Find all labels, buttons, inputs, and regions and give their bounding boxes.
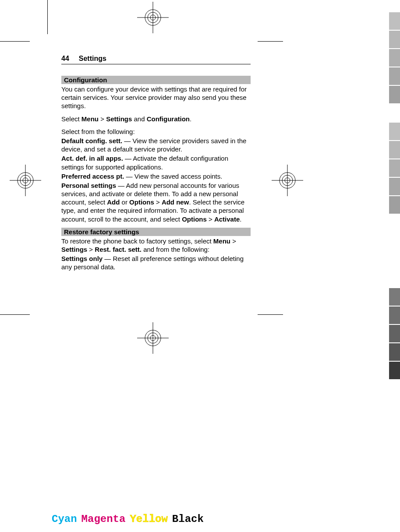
registration-mark-icon bbox=[272, 165, 303, 196]
page-number: 44 bbox=[61, 55, 69, 63]
thumb-tab bbox=[389, 325, 400, 342]
body-paragraph: You can configure your device with setti… bbox=[61, 85, 251, 110]
yellow-label: Yellow bbox=[130, 513, 167, 525]
thumb-tab bbox=[389, 104, 400, 122]
thumb-tab bbox=[389, 159, 400, 177]
page-content: 44 Settings ConfigurationYou can configu… bbox=[61, 55, 251, 276]
thumb-tab bbox=[389, 178, 400, 195]
thumb-tab bbox=[389, 233, 400, 250]
crop-rule bbox=[258, 314, 283, 315]
thumb-tab bbox=[389, 49, 400, 67]
thumb-tab bbox=[389, 362, 400, 379]
thumb-tab bbox=[389, 270, 400, 287]
thumb-tab bbox=[389, 86, 400, 103]
body-paragraph: Select Menu > Settings and Configuration… bbox=[61, 115, 251, 123]
section-heading: Configuration bbox=[61, 76, 251, 84]
page-header: 44 Settings bbox=[61, 55, 251, 64]
thumb-tab bbox=[389, 288, 400, 306]
sections-container: ConfigurationYou can configure your devi… bbox=[61, 76, 251, 271]
thumb-index bbox=[389, 12, 400, 380]
body-paragraph: Act. def. in all apps. — Activate the de… bbox=[61, 154, 251, 171]
crop-rule bbox=[258, 41, 283, 42]
magenta-label: Magenta bbox=[81, 513, 126, 525]
thumb-tab bbox=[389, 123, 400, 140]
cyan-label: Cyan bbox=[52, 513, 77, 525]
body-paragraph: Settings only — Reset all preference set… bbox=[61, 254, 251, 271]
thumb-tab bbox=[389, 251, 400, 269]
page-title: Settings bbox=[79, 55, 106, 63]
body-paragraph: Preferred access pt. — View the saved ac… bbox=[61, 172, 251, 180]
body-paragraph: Select from the following: bbox=[61, 127, 251, 136]
crop-rule-vertical bbox=[47, 0, 48, 34]
black-label: Black bbox=[172, 513, 204, 525]
thumb-tab bbox=[389, 67, 400, 85]
thumb-tab bbox=[389, 343, 400, 361]
crop-rule bbox=[0, 314, 30, 315]
body-paragraph: Personal settings — Add new personal acc… bbox=[61, 181, 251, 223]
thumb-tab bbox=[389, 12, 400, 30]
thumb-tab bbox=[389, 196, 400, 214]
cmyk-color-bar: Cyan Magenta Yellow Black bbox=[52, 513, 204, 525]
thumb-tab bbox=[389, 141, 400, 159]
registration-mark-icon bbox=[137, 322, 169, 354]
crop-rule bbox=[0, 41, 30, 42]
thumb-tab bbox=[389, 215, 400, 232]
registration-mark-icon bbox=[137, 2, 169, 33]
body-paragraph: To restore the phone back to factory set… bbox=[61, 237, 251, 254]
thumb-tab bbox=[389, 307, 400, 324]
thumb-tab bbox=[389, 31, 400, 48]
registration-mark-icon bbox=[10, 165, 41, 196]
section-heading: Restore factory settings bbox=[61, 228, 251, 236]
body-paragraph: Default config. sett. — View the service… bbox=[61, 137, 251, 153]
